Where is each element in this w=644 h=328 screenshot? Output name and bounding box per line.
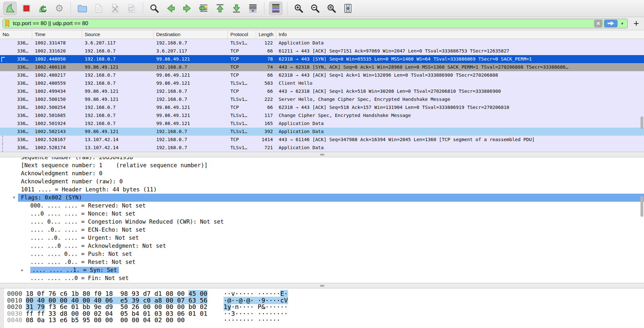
packet-row[interactable]: 336…1002.52817413.107.42.14192.168.0.7TL… <box>0 144 644 152</box>
stop-capture-button[interactable] <box>20 2 33 15</box>
cell-time: 1002.501924 <box>32 120 82 128</box>
detail-line[interactable]: .... 0... .... = Congestion Window Reduc… <box>0 218 644 226</box>
pane-splitter-lower[interactable] <box>0 283 644 288</box>
zoom-in-button[interactable] <box>292 2 305 15</box>
hex-bytes[interactable]: 00 40 00 00 40 00 40 06 e5 39 c0 a8 00 0… <box>26 297 224 304</box>
zoom-out-button[interactable] <box>308 2 322 15</box>
cell-time: 1002.528174 <box>32 144 82 152</box>
cell-length: 122 <box>256 39 276 47</box>
hex-bytes[interactable]: 08 0a 13 e6 b5 95 00 00 00 00 04 02 00 0… <box>26 317 224 324</box>
cell-length: 66 <box>256 47 276 55</box>
detail-line[interactable]: .... .... ...0 = Fin: Not set <box>0 274 644 282</box>
cell-destination: 99.86.49.121 <box>154 103 228 111</box>
hex-bytes[interactable]: 31 79 f3 6e 01 bb 9e d9 50 26 00 00 00 0… <box>26 304 224 311</box>
packet-row[interactable]: 336…1002.52816713.107.42.14192.168.0.7TC… <box>0 136 644 144</box>
filter-dropdown-caret[interactable]: ▼ <box>620 22 624 25</box>
detail-line[interactable]: .... ...0 .... = Acknowledgment: Not set <box>0 242 644 250</box>
packet-row[interactable]: 336…1002.331620192.168.0.73.6.207.117TCP… <box>0 47 644 55</box>
column-header-destination[interactable]: Destination <box>154 30 228 39</box>
column-header-info[interactable]: Info <box>276 30 644 39</box>
packet-row[interactable]: 336…1002.501924192.168.0.799.86.49.121TL… <box>0 120 644 128</box>
cell-info: Client Hello <box>276 79 644 87</box>
go-to-packet-icon <box>198 3 209 14</box>
packet-row[interactable]: 336…1002.480559192.168.0.799.86.49.121TL… <box>0 79 644 87</box>
detail-line[interactable]: .... ..0. .... = Urgent: Not set <box>0 234 644 242</box>
cell-info: Change Cipher Spec, Encrypted Handshake … <box>276 111 644 120</box>
expander-open-icon[interactable]: ▼ <box>13 194 15 202</box>
hex-bytes[interactable]: 18 0f 76 c6 1b 80 f0 18 98 93 d7 d1 08 0… <box>26 291 224 297</box>
column-header-no[interactable]: No. <box>0 30 32 39</box>
filter-apply-button[interactable] <box>604 20 618 27</box>
packet-row[interactable]: 336…1002.480217192.168.0.799.86.49.121TC… <box>0 71 644 79</box>
capture-options-button[interactable]: ⚙ <box>53 2 66 15</box>
detail-line[interactable]: 000. .... .... = Reserved: Not set <box>0 202 644 210</box>
display-filter-input[interactable]: tcp.port == 80 || udp.port == 80 <box>13 20 594 27</box>
next-packet-button[interactable] <box>180 2 194 15</box>
cell-destination: 99.86.49.121 <box>154 71 228 79</box>
zoom-100-button[interactable] <box>325 2 338 15</box>
cell-source: 99.86.49.121 <box>82 87 154 95</box>
packet-row[interactable]: 336…1002.500254192.168.0.799.86.49.121TC… <box>0 103 644 111</box>
hex-offset: 0040 <box>7 317 26 324</box>
display-filter-field[interactable]: tcp.port == 80 || udp.port == 80 ✕ ▼ <box>3 19 628 28</box>
column-header-time[interactable]: Time <box>32 30 82 39</box>
packet-row[interactable]: 336…1002.3314783.6.207.117192.168.0.7TLS… <box>0 39 644 47</box>
hex-ascii[interactable]: ········ ······ <box>224 317 280 324</box>
column-header-length[interactable]: Length <box>256 30 276 39</box>
filter-clear-button[interactable]: ✕ <box>594 20 602 27</box>
details-scrollbar-thumb[interactable] <box>640 196 643 217</box>
toolbar-separator <box>287 2 287 14</box>
packet-row[interactable]: 336…1002.448050192.168.0.799.86.49.121TC… <box>0 55 644 63</box>
colorize-button[interactable] <box>269 2 283 15</box>
resize-columns-button[interactable] <box>341 2 355 15</box>
filter-bookmark-icon[interactable] <box>5 20 10 27</box>
packet-list-scrollbar-thumb[interactable] <box>640 116 643 129</box>
detail-line[interactable]: ▶.... .... ..1. = Syn: Set <box>0 266 644 274</box>
detail-line[interactable]: [Next sequence number: 1 (relative seque… <box>0 161 644 169</box>
cell-time: 1002.448050 <box>32 55 82 63</box>
detail-line[interactable]: 1011 .... = Header Length: 44 bytes (11) <box>0 186 644 194</box>
cell-length: 392 <box>256 128 276 136</box>
pane-splitter-upper[interactable] <box>0 152 644 157</box>
auto-scroll-button[interactable] <box>246 2 260 15</box>
detail-line[interactable]: .... .... .0.. = Reset: Not set <box>0 258 644 266</box>
packet-row[interactable]: 336…1002.50015099.86.49.121192.168.0.7TL… <box>0 95 644 103</box>
cell-length: 222 <box>256 95 276 103</box>
expander-closed-icon[interactable]: ▶ <box>21 266 24 274</box>
find-packet-button[interactable] <box>148 2 161 15</box>
packet-row[interactable]: 336…1002.50214399.86.49.121192.168.0.7TL… <box>0 128 644 136</box>
cell-info: 443 → 62318 [ACK] Seq=1 Ack=518 Win=3020… <box>276 87 644 95</box>
cell-info: 61211 → 443 [ACK] Seq=7151 Ack=97069 Win… <box>276 47 644 55</box>
hex-ascii[interactable]: 1y·n···· P&······ <box>224 304 288 311</box>
detail-line[interactable]: Acknowledgment number: 0 <box>0 169 644 178</box>
detail-line[interactable]: .... .... 0... = Push: Not set <box>0 250 644 258</box>
column-header-source[interactable]: Source <box>82 30 154 39</box>
detail-line[interactable]: ▼Flags: 0x002 (SYN) <box>18 194 644 202</box>
previous-packet-button[interactable] <box>164 2 178 15</box>
column-header-protocol[interactable]: Protocol <box>228 30 256 39</box>
detail-line[interactable]: Sequence number (raw): 2665041938 <box>0 157 644 161</box>
detail-line[interactable]: .... .0.. .... = ECN-Echo: Not set <box>0 226 644 234</box>
save-file-button <box>92 2 105 15</box>
packet-row[interactable]: 336…1002.501685192.168.0.799.86.49.121TL… <box>0 111 644 120</box>
splitter-grip <box>320 285 324 287</box>
start-capture-button[interactable] <box>3 2 17 15</box>
last-packet-button[interactable] <box>230 2 243 15</box>
related-packet-line <box>2 144 3 152</box>
hex-bytes[interactable]: ff ff 33 d8 00 00 02 04 05 b4 01 03 03 0… <box>26 311 224 317</box>
cell-destination: 99.86.49.121 <box>154 79 228 87</box>
detail-line[interactable]: Acknowledgment number (raw): 0 <box>0 178 644 186</box>
detail-line[interactable]: ...0 .... .... = Nonce: Not set <box>0 210 644 218</box>
filter-add-button[interactable]: + <box>632 19 641 28</box>
go-to-packet-button[interactable] <box>197 2 210 15</box>
save-file-icon <box>93 3 104 14</box>
packet-row[interactable]: 336…1002.49943499.86.49.121192.168.0.7TC… <box>0 87 644 95</box>
first-packet-button[interactable] <box>213 2 227 15</box>
open-file-button[interactable] <box>75 2 89 15</box>
hex-ascii[interactable]: ··v····· ······E· <box>224 291 288 297</box>
hex-ascii[interactable]: ··3····· ········ <box>224 311 288 317</box>
restart-capture-button[interactable] <box>36 2 50 15</box>
packet-row[interactable]: 336…1002.48011099.86.49.121192.168.0.7TC… <box>0 63 644 71</box>
cell-protocol: TLSv1… <box>228 79 256 87</box>
hex-ascii[interactable]: ·@··@·@· ·9····cV <box>224 297 288 304</box>
